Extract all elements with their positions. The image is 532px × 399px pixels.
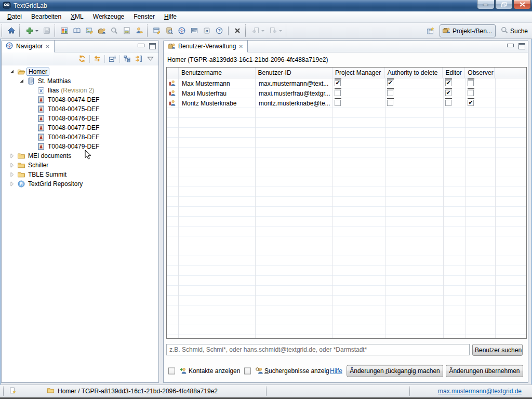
notebook-icon xyxy=(27,77,35,85)
column-header-empty[interactable] xyxy=(495,68,526,78)
tree-item[interactable]: T0048-00474-DEF xyxy=(2,95,158,104)
help-icon[interactable]: ? xyxy=(213,24,225,37)
column-header-authority-to-delete[interactable]: Authority to delete xyxy=(385,68,443,78)
tree-item-label: TBLE Summit xyxy=(28,171,66,178)
role-checkbox[interactable] xyxy=(468,88,474,96)
role-checkbox[interactable] xyxy=(335,88,341,96)
benutzer-suchen-button[interactable]: Benutzer suchen xyxy=(472,344,523,356)
refresh-icon[interactable] xyxy=(76,53,88,64)
save-icon[interactable] xyxy=(41,24,53,37)
menu-ml[interactable]: XML xyxy=(66,11,88,22)
menu-fenster[interactable]: Fenster xyxy=(129,11,159,22)
benutzer-verwaltung-tab[interactable]: Benutzer-Verwaltung ✕ xyxy=(164,41,248,52)
book-search-icon[interactable] xyxy=(163,24,176,37)
maximize-view-icon[interactable] xyxy=(149,43,156,49)
perspective-projekt-button[interactable]: Projekt-/Ben... xyxy=(440,24,496,37)
tree-item[interactable]: Homer xyxy=(2,67,158,76)
tree-item[interactable]: T0048-00477-DEF xyxy=(2,123,158,132)
collapse-all-icon[interactable] xyxy=(107,53,118,64)
image-edit-icon[interactable] xyxy=(83,24,96,37)
collapsed-arrow-icon[interactable] xyxy=(8,180,16,188)
collapsed-arrow-icon[interactable] xyxy=(8,170,16,179)
close-button[interactable] xyxy=(513,0,531,9)
column-header-observer[interactable]: Observer xyxy=(465,68,495,78)
delete-x-icon[interactable] xyxy=(231,24,244,37)
navigator-tab[interactable]: Navigator ✕ xyxy=(2,41,55,52)
compass-icon[interactable] xyxy=(176,24,188,37)
minimize-view-icon[interactable] xyxy=(507,44,514,47)
close-tab-icon[interactable]: ✕ xyxy=(45,44,49,49)
role-checkbox[interactable] xyxy=(335,98,341,106)
tree-item[interactable]: XIlias(Revision 2) xyxy=(2,86,158,95)
home-icon[interactable] xyxy=(5,24,18,37)
collapsed-arrow-icon[interactable] xyxy=(8,161,16,169)
new-dropdown-icon[interactable] xyxy=(23,24,41,37)
tree-mode-icon[interactable] xyxy=(122,53,133,64)
column-header-benutzername[interactable]: Benutzername xyxy=(179,68,256,78)
menu-bearbeiten[interactable]: Bearbeiten xyxy=(26,11,66,22)
gallery-icon[interactable] xyxy=(58,24,71,37)
role-checkbox[interactable] xyxy=(445,98,452,106)
close-tab-icon[interactable]: ✕ xyxy=(238,44,243,49)
tree-item[interactable]: T0048-00479-DEF xyxy=(2,142,158,151)
role-checkbox[interactable] xyxy=(387,98,394,106)
window-keyboard-icon[interactable] xyxy=(188,24,201,37)
column-header-benutzer-id[interactable]: Benutzer-ID xyxy=(256,68,333,78)
tree-item[interactable]: T0048-00478-DEF xyxy=(2,132,158,142)
window-edit-icon[interactable] xyxy=(151,24,163,37)
tree-item[interactable]: St. Matthias xyxy=(2,76,158,86)
role-checkbox[interactable]: ✔ xyxy=(335,78,341,86)
user-search-input[interactable] xyxy=(166,344,470,355)
user-row[interactable]: Maxi Musterfraumaxi.musterfrau@textgr...… xyxy=(167,88,526,98)
open-perspective-icon[interactable] xyxy=(424,25,437,37)
search-perspective-button[interactable]: Suche xyxy=(498,25,530,37)
minimize-view-icon[interactable] xyxy=(138,44,144,47)
tree-item-label: T0048-00479-DEF xyxy=(48,143,99,150)
user-row[interactable]: Max Mustermannmax.mustermann@text...✔✔✔ xyxy=(167,78,526,88)
minimize-button[interactable] xyxy=(477,0,495,9)
link-editor-icon[interactable] xyxy=(133,53,144,64)
open-book-icon[interactable] xyxy=(71,24,83,37)
kontakte-anzeigen-checkbox[interactable] xyxy=(168,367,175,374)
menu-atei[interactable]: Datei xyxy=(3,11,26,22)
role-checkbox[interactable]: ✔ xyxy=(445,78,452,86)
column-header-project-manager[interactable]: Project Manager xyxy=(332,68,385,78)
maximize-view-icon[interactable] xyxy=(518,43,525,49)
fastview-icon[interactable] xyxy=(9,387,17,396)
aenderungen-uebernehmen-button[interactable]: Änderungen übernehmen xyxy=(446,365,523,377)
tree-item[interactable]: T0048-00475-DEF xyxy=(2,104,158,114)
column-header-empty[interactable] xyxy=(167,68,179,78)
menu-ilfe[interactable]: Hilfe xyxy=(159,11,181,22)
expanded-arrow-icon[interactable] xyxy=(8,68,16,76)
tree-item[interactable]: Schiller xyxy=(2,161,158,170)
user-key-icon[interactable] xyxy=(133,24,145,37)
sync-icon[interactable] xyxy=(91,53,103,64)
tree-item[interactable]: MEI documents xyxy=(2,151,158,161)
search-gray-icon[interactable] xyxy=(108,24,121,37)
info-a-icon[interactable]: a xyxy=(201,24,213,37)
briefcase-person-icon[interactable] xyxy=(96,24,108,37)
tree-item[interactable]: TBLE Summit xyxy=(2,170,158,179)
role-checkbox[interactable]: ✔ xyxy=(445,88,452,96)
user-account-link[interactable]: max.mustermann@textgrid.de xyxy=(438,388,522,395)
column-header-editor[interactable]: Editor xyxy=(443,68,465,78)
role-checkbox[interactable]: ✔ xyxy=(468,98,474,106)
restore-button[interactable] xyxy=(495,0,513,9)
role-checkbox[interactable] xyxy=(387,88,394,96)
export-dropdown-icon[interactable] xyxy=(267,24,284,37)
xml-file-icon[interactable]: xml xyxy=(121,24,133,37)
svg-text:xml: xml xyxy=(125,31,129,33)
collapsed-arrow-icon[interactable] xyxy=(8,152,16,160)
suchergebnisse-anzeigen-checkbox[interactable] xyxy=(244,367,251,374)
tree-item[interactable]: T0048-00476-DEF xyxy=(2,114,158,123)
expanded-arrow-icon[interactable] xyxy=(18,77,26,85)
role-checkbox[interactable] xyxy=(468,78,474,86)
hilfe-link[interactable]: Hilfe xyxy=(330,367,342,375)
menu-werkzeuge[interactable]: Werkzeuge xyxy=(88,11,129,22)
view-menu-icon[interactable] xyxy=(144,53,156,64)
import-dropdown-icon[interactable] xyxy=(249,24,267,37)
role-checkbox[interactable]: ✔ xyxy=(387,78,394,86)
user-row[interactable]: Moritz Musterknabemoritz.musterknabe@te.… xyxy=(167,98,526,108)
aenderungen-rueckgaengig-button[interactable]: Änderungen rückgangig machen xyxy=(347,365,443,377)
tree-item[interactable]: RTextGrid Repository xyxy=(2,179,158,189)
